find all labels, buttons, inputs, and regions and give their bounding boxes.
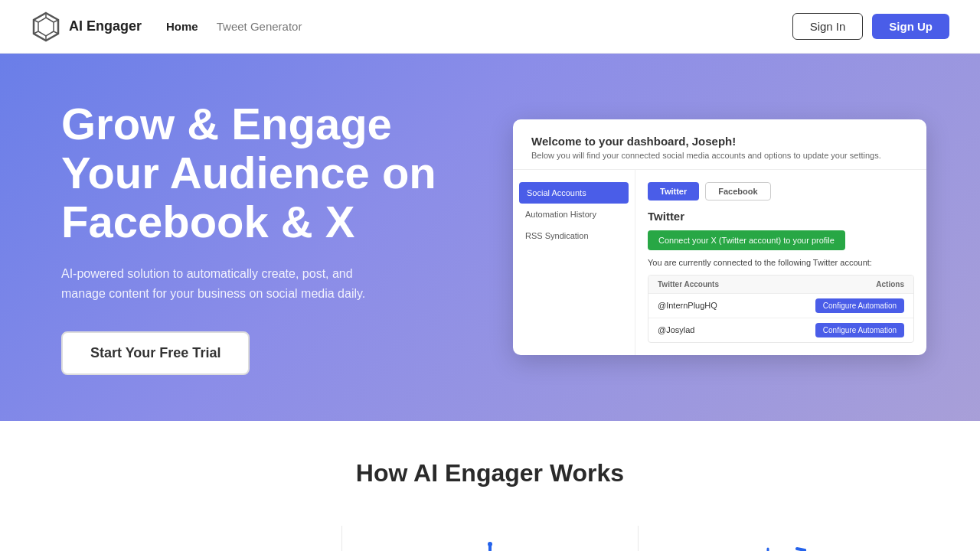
action-btn-1: Configure Automation	[812, 298, 904, 313]
table-row: @Josylad Configure Automation	[648, 318, 913, 342]
signup-button[interactable]: Sign Up	[872, 14, 949, 39]
dashboard-mockup: Welcome to your dashboard, Joseph! Below…	[513, 119, 926, 355]
tab-facebook[interactable]: Facebook	[705, 182, 770, 201]
robot-icon	[467, 541, 513, 551]
free-trial-button[interactable]: Start Your Free Trial	[61, 331, 250, 375]
social-tabs: Twitter Facebook	[648, 182, 914, 201]
how-item-automate	[342, 526, 639, 551]
navbar: AI Engager Home Tweet Generator Sign In …	[0, 0, 980, 54]
hero-right: Welcome to your dashboard, Joseph! Below…	[505, 119, 934, 355]
how-section: How AI Engager Works	[0, 421, 980, 551]
how-title: How AI Engager Works	[46, 459, 934, 487]
nav-home[interactable]: Home	[166, 20, 198, 33]
dashboard-sidebar: Social Accounts Automation History RSS S…	[513, 170, 635, 355]
nav-tweet-generator[interactable]: Tweet Generator	[217, 20, 302, 33]
table-header: Twitter Accounts Actions	[648, 276, 913, 293]
sidebar-item-social-accounts[interactable]: Social Accounts	[519, 182, 629, 204]
col-accounts-label: Twitter Accounts	[658, 280, 812, 289]
dashboard-sub: Below you will find your connected socia…	[531, 151, 908, 160]
hero-section: Grow & Engage Your Audience on Facebook …	[0, 54, 980, 421]
connected-text: You are currently connected to the follo…	[648, 258, 914, 267]
brand-name: AI Engager	[69, 18, 142, 34]
configure-automation-2[interactable]: Configure Automation	[815, 323, 904, 337]
hero-left: Grow & Engage Your Audience on Facebook …	[61, 99, 459, 375]
nav-links: Home Tweet Generator	[166, 20, 302, 33]
connect-twitter-button[interactable]: Connect your X (Twitter account) to your…	[648, 230, 845, 250]
tab-twitter[interactable]: Twitter	[648, 182, 699, 201]
how-item-grow	[639, 526, 934, 551]
how-item-connect	[46, 526, 342, 551]
hero-subtitle: AI-powered solution to automatically cre…	[61, 264, 383, 303]
logo-icon	[31, 11, 61, 42]
account-handle-1: @InternPlugHQ	[658, 301, 812, 310]
twitter-section-title: Twitter	[648, 210, 914, 223]
how-grid	[46, 526, 934, 551]
svg-point-13	[488, 542, 492, 546]
twitter-accounts-table: Twitter Accounts Actions @InternPlugHQ C…	[648, 275, 914, 343]
nav-left: AI Engager Home Tweet Generator	[31, 11, 302, 42]
dashboard-header: Welcome to your dashboard, Joseph! Below…	[513, 119, 926, 170]
dashboard-body: Social Accounts Automation History RSS S…	[513, 170, 926, 355]
hero-title: Grow & Engage Your Audience on Facebook …	[61, 99, 459, 246]
nav-right: Sign In Sign Up	[792, 13, 949, 40]
action-btn-2: Configure Automation	[812, 323, 904, 337]
signin-button[interactable]: Sign In	[792, 13, 864, 40]
configure-automation-1[interactable]: Configure Automation	[815, 298, 904, 313]
plug-icon	[171, 541, 217, 551]
sidebar-item-automation-history[interactable]: Automation History	[513, 204, 635, 225]
col-actions-label: Actions	[812, 280, 904, 289]
nav-logo: AI Engager	[31, 11, 142, 42]
dashboard-main: Twitter Facebook Twitter Connect your X …	[635, 170, 926, 355]
dashboard-welcome: Welcome to your dashboard, Joseph!	[531, 135, 908, 148]
chart-icon	[763, 541, 809, 551]
svg-marker-1	[38, 18, 54, 36]
account-handle-2: @Josylad	[658, 325, 812, 334]
table-row: @InternPlugHQ Configure Automation	[648, 293, 913, 318]
sidebar-item-rss-syndication[interactable]: RSS Syndication	[513, 225, 635, 246]
